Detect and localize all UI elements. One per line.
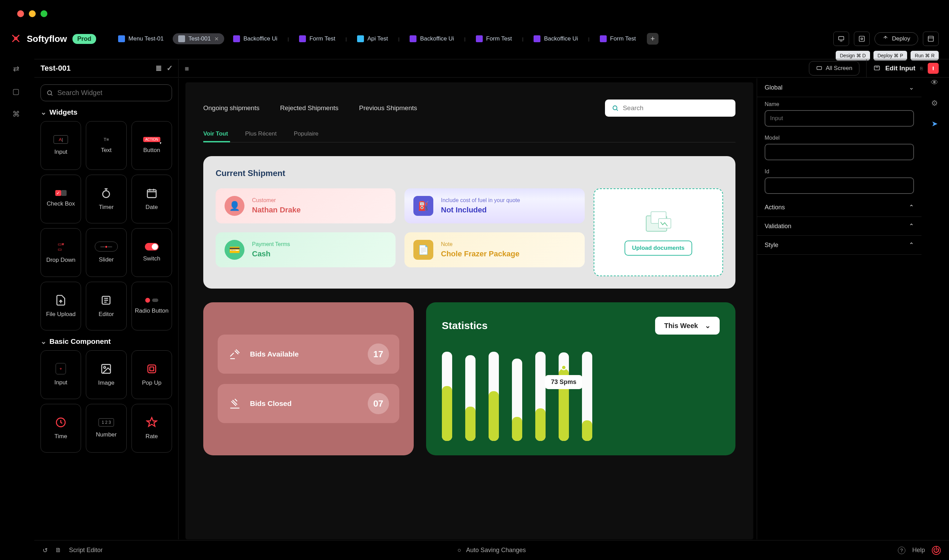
collapse-icon[interactable]: ⇄ [13,65,19,74]
subtab-popular[interactable]: Populaire [294,131,319,137]
model-label: Model [765,135,914,141]
stats-bar[interactable] [488,352,499,441]
note-box[interactable]: 📄 NoteChole Frazer Package [404,232,584,267]
id-label: Id [765,168,914,175]
cursor-icon[interactable]: ➤ [932,119,938,128]
folder-icon [233,35,240,42]
tab-backoffice-3[interactable]: Backoffice Ui [528,33,583,44]
maximize-window-icon[interactable] [40,10,48,17]
canvas-subtabs: Voir Tout Plus Récent Populaire [203,131,735,142]
eye-icon[interactable]: 👁 [931,78,938,87]
settings-icon[interactable] [854,32,870,46]
sliders-icon[interactable]: ⚙ [931,99,938,108]
widget-input[interactable]: A|Input [40,121,81,170]
input-icon: A| [54,135,68,144]
tab-label: Backoffice Ui [420,35,454,42]
canvas-search-input[interactable] [623,104,729,112]
copy-icon[interactable]: ⎘ [920,66,923,71]
widget-search-input[interactable] [57,89,166,97]
widget-date[interactable]: Date [131,175,172,223]
widget-search[interactable] [40,85,172,101]
bids-available-row[interactable]: Bids Available 17 [218,335,399,374]
stats-bar[interactable] [582,352,592,441]
stats-tooltip: 73 Spms [545,375,583,389]
upload-dropzone[interactable]: Upload documents [594,188,723,276]
widget-checkbox[interactable]: ✓ Check Box [40,175,81,223]
power-icon[interactable]: ⏻ [932,546,941,555]
env-badge[interactable]: Prod [72,34,96,44]
basic-rate[interactable]: Rate [131,404,172,452]
minimize-window-icon[interactable] [29,10,36,17]
deploy-button[interactable]: Deploy [875,32,918,45]
tab-backoffice-1[interactable]: Backoffice Ui [228,33,283,44]
basic-number[interactable]: 1 2 3Number [86,404,126,452]
nav-previous[interactable]: Previous Shipments [359,104,417,112]
preview-icon[interactable] [833,32,849,46]
help-icon[interactable]: ? [898,547,905,554]
widget-slider[interactable]: —●—Slider [86,228,126,277]
nav-rejected[interactable]: Rejected Shipments [280,104,339,112]
stats-range-select[interactable]: This Week⌄ [655,317,719,335]
basic-time[interactable]: Time [40,404,81,452]
all-screen-button[interactable]: All Screen [809,61,860,75]
tree-icon[interactable]: ⌘ [12,110,20,119]
widget-file-upload[interactable]: File Upload [40,282,81,331]
model-input[interactable] [765,144,914,160]
widget-switch[interactable]: Switch [131,228,172,277]
number-icon: 1 2 3 [99,418,114,426]
tab-test-001[interactable]: Test-001✕ [173,33,224,44]
basic-popup[interactable]: Pop Up [131,350,172,399]
tab-backoffice-2[interactable]: Backoffice Ui [404,33,459,44]
basic-image[interactable]: Image [86,350,126,399]
stats-bar[interactable] [535,352,545,441]
monitor-icon[interactable]: ▢ [12,87,20,96]
tab-form-test-2[interactable]: Form Test [470,33,518,44]
section-global[interactable]: Global⌄ [757,78,921,97]
close-window-icon[interactable] [17,10,24,17]
widgets-section-header[interactable]: ⌄Widgets [40,108,172,116]
subtab-recent[interactable]: Plus Récent [245,131,277,137]
widget-button[interactable]: ACTIONButton [131,121,172,170]
close-icon[interactable]: ✕ [214,36,219,42]
stats-bar[interactable] [465,355,476,441]
section-actions[interactable]: Actions⌃ [757,198,921,217]
tab-form-test-3[interactable]: Form Test [594,33,641,44]
tab-api-test[interactable]: Api Test [351,33,393,44]
tab-menu-test[interactable]: Menu Test-01 [112,33,169,44]
help-link[interactable]: Help [912,547,925,554]
canvas-search[interactable] [605,100,735,117]
subtab-all[interactable]: Voir Tout [203,131,228,137]
id-input[interactable] [765,177,914,194]
svg-point-16 [613,106,617,110]
upload-documents-button[interactable]: Upload documents [624,240,692,255]
tab-form-test-1[interactable]: Form Test [294,33,340,44]
section-style[interactable]: Style⌃ [757,236,921,255]
bids-closed-row[interactable]: Bids Closed 07 [218,384,399,423]
script-icon[interactable]: 🗎 [55,547,62,554]
layers-icon[interactable]: ≣ [156,64,162,73]
widget-dropdown[interactable]: ▭▾▭Drop Down [40,228,81,277]
widget-text[interactable]: T≡Text [86,121,126,170]
expand-icon[interactable] [923,32,939,46]
stats-bar[interactable] [512,358,522,441]
check-icon[interactable]: ✓ [166,64,173,73]
fuel-box[interactable]: ⛽ Include cost of fuel in your quoteNot … [404,188,584,223]
components-icon[interactable]: ▦ [185,66,189,71]
basic-section-header[interactable]: ⌄Basic Component [40,337,172,346]
widget-timer[interactable]: Timer [86,175,126,223]
widget-radio[interactable]: Radio Button [131,282,172,331]
widget-editor[interactable]: Editor [86,282,126,331]
nav-ongoing[interactable]: Ongoing shipments [203,104,260,112]
payment-box[interactable]: 💳 Payment TermsCash [216,232,396,267]
add-tab-button[interactable]: + [647,33,659,45]
customer-box[interactable]: 👤 CustomerNathan Drake [216,188,396,223]
card-title: Current Shipment [216,168,723,178]
script-editor-link[interactable]: Script Editor [69,547,103,554]
basic-input[interactable]: +Input [40,350,81,399]
section-validation[interactable]: Validation⌃ [757,217,921,236]
history-icon[interactable]: ↺ [43,547,48,554]
svg-rect-6 [875,66,880,70]
stats-bar[interactable] [442,352,452,441]
pin-icon[interactable] [928,63,939,74]
name-input[interactable] [765,110,914,127]
